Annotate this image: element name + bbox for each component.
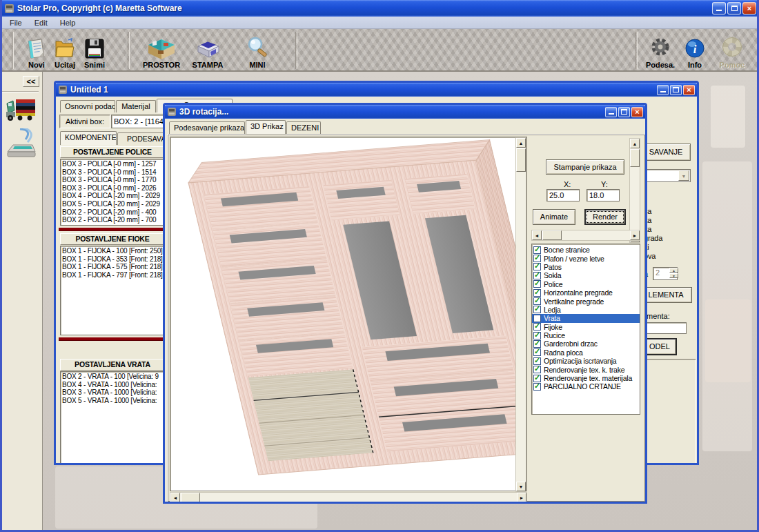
dialog-minimize-button[interactable] (605, 107, 617, 117)
layer-row[interactable]: Vertikalne pregrade (532, 297, 640, 305)
layer-row[interactable]: Renderovanje tex. materijala (532, 374, 640, 382)
info-button[interactable]: i Info (679, 33, 711, 69)
police-item[interactable]: BOX 3 - POLICA [-0 mm] - 2026 (62, 184, 164, 193)
render-button[interactable]: Render (584, 209, 626, 225)
vrata-item[interactable]: BOX 4 - VRATA - 1000 [Velicina: (62, 381, 164, 389)
scroll-up-icon[interactable]: ▲ (516, 138, 526, 148)
layer-checkbox[interactable] (533, 263, 541, 270)
vrata-item[interactable]: BOX 5 - VRATA - 1000 [Velicina: (62, 397, 164, 405)
vrata-item[interactable]: BOX 3 - VRATA - 1000 [Velicina: (62, 388, 164, 397)
layer-checkbox[interactable] (533, 357, 541, 365)
layer-checkbox[interactable] (533, 340, 541, 348)
prostor-button[interactable]: PROSTOR (139, 33, 184, 69)
scroll-left-icon[interactable]: ◄ (170, 493, 180, 502)
tab-3d-prikaz[interactable]: 3D Prikaz (246, 120, 286, 134)
layer-row[interactable]: Police (532, 280, 640, 288)
layer-checkbox[interactable] (533, 315, 541, 322)
police-item[interactable]: BOX 2 - POLICA [-20 mm] - 700 (62, 216, 164, 224)
app-minimize-button[interactable] (712, 2, 726, 14)
layer-row[interactable]: Vrata (532, 314, 640, 322)
animate-button[interactable]: Animate (533, 209, 575, 225)
x-input[interactable] (546, 189, 580, 201)
layer-checkbox[interactable] (533, 332, 541, 339)
element-name-field[interactable] (642, 322, 687, 334)
tab-komponente[interactable]: KOMPONENTE (60, 131, 117, 145)
settings-button[interactable]: Podesa. (640, 33, 680, 69)
model-button[interactable]: ODEL (642, 338, 677, 355)
layer-checkbox[interactable] (533, 246, 541, 254)
layer-row[interactable]: Plafon / vezne letve (532, 254, 640, 262)
scroll-right-icon[interactable]: ► (517, 493, 526, 502)
police-item[interactable]: BOX 3 - POLICA [-0 mm] - 1257 (62, 160, 164, 168)
layer-row[interactable]: Fijoke (532, 323, 640, 331)
police-item[interactable]: BOX 4 - POLICA [-20 mm] - 2029 (62, 192, 164, 200)
main-maximize-button[interactable] (670, 85, 682, 95)
y-input[interactable] (586, 189, 620, 201)
fioke-item[interactable]: BOX 1 - FIJOKA - 353 [Front: 218] (62, 255, 164, 264)
podesavanje-button[interactable]: SAVANJE (641, 144, 691, 161)
scroll-down-icon[interactable]: ▼ (516, 482, 526, 491)
layer-row[interactable]: Optimizacija iscrtavanja (532, 357, 640, 365)
layer-checkbox[interactable] (533, 297, 541, 305)
app-close-button[interactable]: × (742, 2, 756, 14)
layer-checkbox[interactable] (533, 306, 541, 313)
main-minimize-button[interactable] (657, 85, 669, 95)
mini-button[interactable]: MINI (237, 33, 277, 69)
layer-checkbox[interactable] (533, 375, 541, 382)
print-view-button[interactable]: Stampanje prikaza (546, 159, 624, 175)
fioke-item[interactable]: BOX 1 - FIJOKA - 797 [Front: 218] (62, 271, 164, 279)
layer-row[interactable]: Bocne stranice (532, 246, 640, 254)
vrata-item[interactable]: BOX 2 - VRATA - 100 [Velicina: 9 (62, 373, 164, 381)
layer-checkbox[interactable] (533, 323, 541, 331)
scroll-right-icon[interactable]: ► (630, 230, 640, 240)
tab-podesavanje-prikaza[interactable]: Podesavanje prikaza (169, 121, 245, 134)
sidebar-collapse-button[interactable]: << (23, 76, 39, 87)
fioke-item[interactable]: BOX 1 - FIJOKA - 100 [Front: 250] (62, 247, 164, 255)
police-item[interactable]: BOX 2 - POLICA [-20 mm] - 400 (62, 208, 164, 217)
menu-item[interactable]: File (4, 18, 28, 28)
menu-item[interactable]: Edit (29, 18, 53, 28)
police-item[interactable]: BOX 3 - POLICA [-0 mm] - 1770 (62, 176, 164, 184)
layer-row[interactable]: PARCIJALNO CRTANJE (532, 382, 640, 391)
layer-checkbox[interactable] (533, 348, 541, 356)
dialog-maximize-button[interactable] (618, 107, 630, 117)
view-hscrollbar[interactable]: ◄ ► (170, 492, 527, 502)
layer-row[interactable]: Rucice (532, 331, 640, 339)
material-combobox[interactable]: ▼ (641, 169, 691, 182)
layer-row[interactable]: Renderovanje tex. k. trake (532, 365, 640, 373)
layer-row[interactable]: Sokla (532, 271, 640, 279)
layer-checkbox[interactable] (533, 272, 541, 279)
tab-dezeni[interactable]: DEZENI (286, 121, 321, 134)
layer-checkbox[interactable] (533, 289, 541, 297)
layer-checkbox[interactable] (533, 366, 541, 373)
main-close-button[interactable]: × (683, 85, 695, 95)
tab-osnovni-podaci[interactable]: Osnovni podaci (60, 100, 115, 112)
scroll-up-icon[interactable]: ▲ (630, 139, 640, 148)
layer-row[interactable]: Horizontalne pregrade (532, 288, 640, 297)
app-maximize-button[interactable] (727, 2, 741, 14)
layer-checkbox[interactable] (533, 383, 541, 391)
tab-materijal[interactable]: Materijal (116, 100, 156, 112)
truck-icon[interactable] (5, 95, 37, 126)
spinner-up-icon[interactable]: ▲ (669, 268, 678, 273)
dodavanje-elementa-button[interactable]: LEMENTA (640, 287, 692, 303)
scroll-left-icon[interactable]: ◄ (532, 230, 542, 240)
view-vscroll-thumb[interactable] (516, 148, 526, 172)
police-item[interactable]: BOX 5 - POLICA [-20 mm] - 2029 (62, 200, 164, 208)
panel-hscroll-thumb[interactable] (542, 230, 562, 240)
stampa-button[interactable]: STAMPA (188, 33, 228, 69)
layer-row[interactable]: Patos (532, 263, 640, 271)
layer-checkbox[interactable] (533, 280, 541, 288)
layer-row[interactable]: Garderobni drzac (532, 339, 640, 348)
view-vscrollbar[interactable]: ▲ ▼ (515, 137, 526, 492)
layer-checkbox[interactable] (533, 255, 541, 262)
3d-viewport[interactable]: ▲ ▼ (170, 137, 527, 491)
layer-row[interactable]: Radna ploca (532, 348, 640, 357)
scanner-icon[interactable] (5, 128, 38, 164)
layer-row[interactable]: Ledja (532, 306, 640, 314)
menu-item[interactable]: Help (55, 18, 81, 28)
dialog-close-button[interactable]: × (631, 107, 643, 117)
chevron-down-icon[interactable]: ▼ (678, 170, 689, 181)
panel-hscrollbar[interactable]: ◄ ► (531, 230, 640, 241)
save-button[interactable]: Snimi (75, 33, 115, 69)
